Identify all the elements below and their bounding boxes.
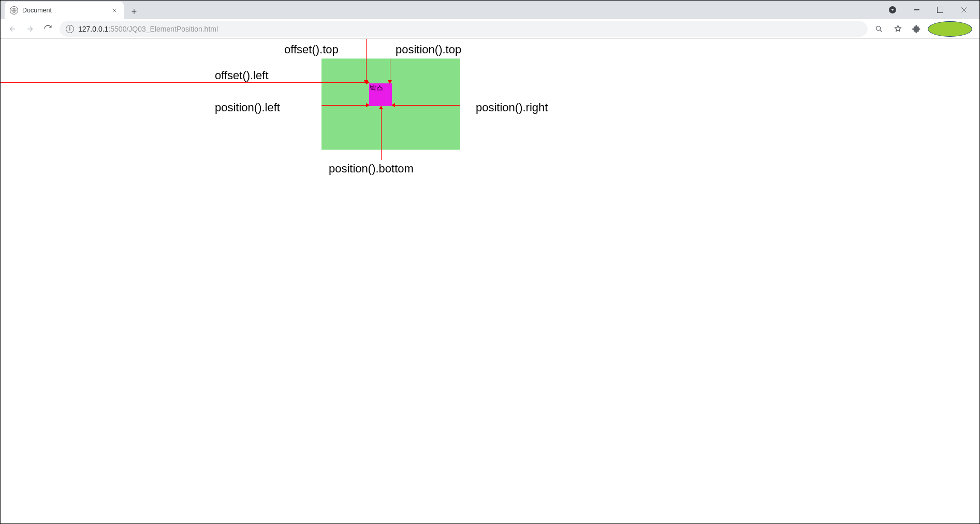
toolbar-right xyxy=(872,21,975,37)
bookmark-star-icon[interactable] xyxy=(890,22,905,36)
globe-icon xyxy=(10,6,18,14)
forward-button[interactable] xyxy=(22,21,38,37)
label-offset-top: offset().top xyxy=(284,43,339,56)
tab-strip: Document + xyxy=(1,1,979,19)
arrow-position-left xyxy=(321,105,369,106)
new-tab-button[interactable]: + xyxy=(127,5,141,19)
label-position-right: position().right xyxy=(476,101,548,114)
url-text: 127.0.0.1:5500/JQ03_ElementPosition.html xyxy=(78,25,218,33)
arrow-position-bottom xyxy=(381,106,382,160)
label-offset-left: offset().left xyxy=(215,69,269,82)
page-viewport: 박스 offset().top position().top offset().… xyxy=(1,39,979,523)
child-box-label: 박스 xyxy=(370,84,383,92)
zoom-icon[interactable] xyxy=(872,22,886,36)
extensions-icon[interactable] xyxy=(909,22,924,36)
account-dropdown-icon[interactable] xyxy=(885,3,900,17)
tab-title: Document xyxy=(22,7,110,14)
browser-window: Document + i xyxy=(1,1,979,523)
arrow-position-right xyxy=(392,105,460,106)
diagram-stage: 박스 offset().top position().top offset().… xyxy=(1,39,979,523)
toolbar: i 127.0.0.1:5500/JQ03_ElementPosition.ht… xyxy=(1,19,979,39)
window-controls xyxy=(885,1,977,19)
address-bar[interactable]: i 127.0.0.1:5500/JQ03_ElementPosition.ht… xyxy=(60,21,868,37)
arrow-position-top xyxy=(390,59,390,83)
back-button[interactable] xyxy=(5,21,20,37)
close-tab-icon[interactable] xyxy=(110,6,119,14)
child-box: 박스 xyxy=(369,83,392,106)
maximize-button[interactable] xyxy=(933,3,947,17)
window-close-button[interactable] xyxy=(957,3,971,17)
svg-point-1 xyxy=(876,26,881,30)
label-position-left: position().left xyxy=(215,101,280,114)
minimize-button[interactable] xyxy=(909,3,924,17)
browser-tab[interactable]: Document xyxy=(5,2,124,19)
reload-button[interactable] xyxy=(40,21,55,37)
site-info-icon[interactable]: i xyxy=(66,25,74,33)
label-position-bottom: position().bottom xyxy=(329,162,414,176)
parent-box: 박스 xyxy=(321,59,460,150)
arrow-offset-left xyxy=(1,82,369,83)
arrow-offset-top xyxy=(366,39,367,83)
label-position-top: position().top xyxy=(396,43,461,56)
profile-avatar[interactable] xyxy=(928,21,972,37)
